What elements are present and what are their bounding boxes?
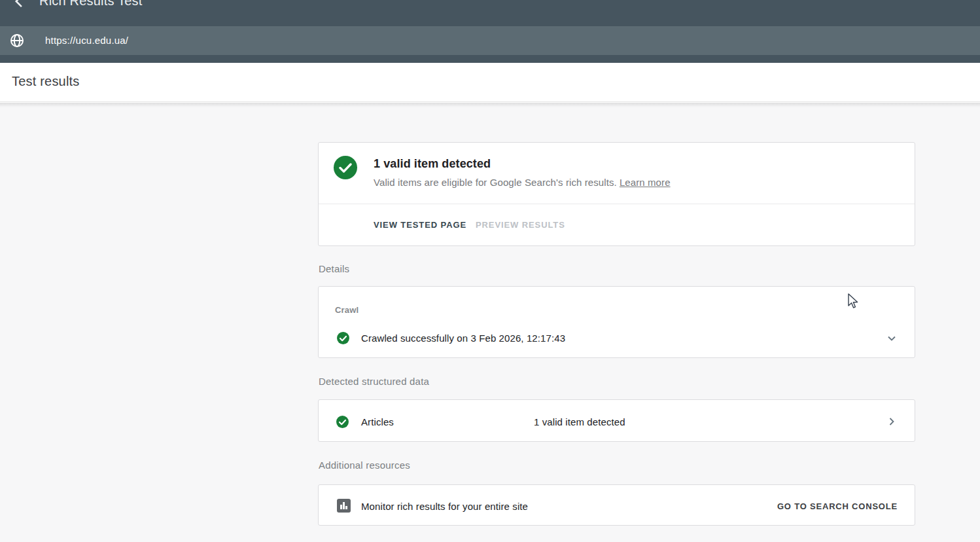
go-to-search-console-button[interactable]: GO TO SEARCH CONSOLE: [777, 501, 898, 511]
app-title: Rich Results Test: [39, 0, 143, 9]
articles-status-text: 1 valid item detected: [534, 416, 625, 427]
articles-type-label: Articles: [361, 416, 394, 427]
articles-row[interactable]: Articles 1 valid item detected: [318, 399, 915, 442]
summary-subtitle-text: Valid items are eligible for Google Sear…: [374, 177, 617, 188]
crawl-heading: Crawl: [335, 305, 359, 315]
url-bar-bottom-strip: [0, 55, 980, 63]
summary-card: 1 valid item detected Valid items are el…: [318, 142, 915, 246]
articles-success-check-icon: [336, 416, 349, 428]
chevron-down-icon[interactable]: [886, 333, 897, 344]
resources-card: Monitor rich results for your entire sit…: [318, 484, 915, 526]
page-header: Test results: [0, 63, 980, 102]
summary-title: 1 valid item detected: [374, 157, 491, 171]
card-divider: [319, 204, 915, 204]
success-check-icon: [334, 156, 357, 179]
header-shadow: [0, 103, 980, 107]
app-bar: Rich Results Test: [0, 0, 980, 26]
rich-results-test-screen: Rich Results Test https://ucu.edu.ua/ Te…: [0, 0, 980, 542]
learn-more-link[interactable]: Learn more: [620, 177, 671, 188]
structured-data-section-label: Detected structured data: [319, 376, 429, 387]
resources-section-label: Additional resources: [319, 460, 410, 471]
details-section-label: Details: [319, 263, 349, 274]
summary-subtitle: Valid items are eligible for Google Sear…: [374, 177, 671, 188]
view-tested-page-button[interactable]: VIEW TESTED PAGE: [374, 220, 466, 230]
chevron-right-icon[interactable]: [886, 416, 897, 427]
content-area: 1 valid item detected Valid items are el…: [0, 103, 980, 542]
preview-results-button[interactable]: PREVIEW RESULTS: [476, 220, 565, 230]
url-bar[interactable]: https://ucu.edu.ua/: [0, 26, 980, 55]
resources-text: Monitor rich results for your entire sit…: [361, 501, 528, 512]
crawl-status-text: Crawled successfully on 3 Feb 2026, 12:1…: [361, 333, 565, 344]
tested-url: https://ucu.edu.ua/: [45, 35, 128, 46]
back-arrow-icon[interactable]: [10, 0, 29, 10]
globe-icon: [9, 33, 25, 48]
crawl-success-check-icon: [337, 332, 349, 344]
crawl-card: Crawl Crawled successfully on 3 Feb 2026…: [318, 286, 915, 358]
bar-chart-icon: [337, 499, 351, 513]
page-title: Test results: [12, 74, 80, 89]
